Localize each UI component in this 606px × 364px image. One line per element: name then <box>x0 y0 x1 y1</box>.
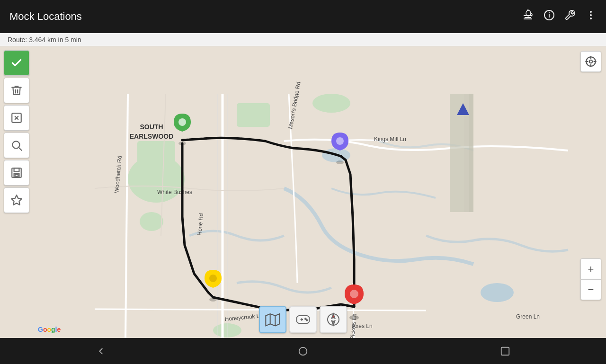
svg-point-34 <box>209 298 217 302</box>
map-mode-button[interactable] <box>259 306 286 333</box>
svg-marker-55 <box>332 321 335 325</box>
svg-point-37 <box>350 290 358 298</box>
bottom-map-toolbar <box>259 306 347 333</box>
svg-rect-57 <box>501 347 509 355</box>
info-icon[interactable]: i <box>544 9 555 24</box>
svg-point-35 <box>209 275 217 282</box>
svg-rect-8 <box>137 141 175 169</box>
svg-point-33 <box>336 137 344 145</box>
svg-marker-54 <box>332 314 335 318</box>
zoom-in-button[interactable]: + <box>580 258 601 279</box>
svg-point-30 <box>178 142 186 145</box>
search-button[interactable] <box>4 133 29 158</box>
coffee-icon[interactable] <box>523 9 534 24</box>
svg-text:SOUTH: SOUTH <box>140 123 163 131</box>
svg-point-32 <box>336 160 344 164</box>
svg-text:EARLSWOOD: EARLSWOOD <box>130 133 174 140</box>
nav-bar <box>0 338 606 364</box>
delete-button[interactable] <box>4 78 29 103</box>
svg-rect-10 <box>237 103 270 127</box>
svg-rect-44 <box>14 168 19 172</box>
svg-point-31 <box>178 118 186 126</box>
svg-text:White Bushes: White Bushes <box>157 189 192 195</box>
recents-button[interactable] <box>491 342 519 361</box>
app-title: Mock Locations <box>9 10 523 23</box>
svg-point-36 <box>349 315 359 320</box>
svg-rect-46 <box>15 174 18 176</box>
svg-text:i: i <box>548 11 550 19</box>
topbar: Mock Locations i <box>0 0 606 33</box>
confirm-button[interactable] <box>4 50 29 76</box>
svg-marker-47 <box>11 195 22 205</box>
locate-button[interactable] <box>580 51 601 72</box>
svg-rect-6 <box>0 46 606 338</box>
compass-mode-button[interactable] <box>320 306 347 333</box>
google-logo: Google <box>38 326 61 333</box>
back-button[interactable] <box>87 342 115 361</box>
zoom-out-button[interactable]: − <box>580 279 601 300</box>
svg-point-11 <box>312 94 350 113</box>
svg-point-52 <box>306 320 308 321</box>
svg-point-48 <box>589 60 593 63</box>
wrench-icon[interactable] <box>564 9 576 24</box>
svg-point-9 <box>140 212 163 231</box>
svg-point-14 <box>481 283 514 302</box>
map-container[interactable]: SOUTH EARLSWOOD White Bushes Salfords Wo… <box>0 46 606 338</box>
more-icon[interactable] <box>585 9 597 24</box>
route-info: Route: 3.464 km in 5 min <box>0 33 606 46</box>
svg-point-3 <box>590 11 592 13</box>
svg-point-5 <box>590 18 592 19</box>
svg-text:Kings Mill Ln: Kings Mill Ln <box>374 136 406 142</box>
svg-point-4 <box>590 14 592 16</box>
svg-point-51 <box>305 318 306 320</box>
zoom-controls: + − <box>580 258 601 300</box>
route-info-text: Route: 3.464 km in 5 min <box>8 36 81 44</box>
svg-line-42 <box>19 148 22 151</box>
save-button[interactable] <box>4 160 29 186</box>
home-button[interactable] <box>289 342 317 361</box>
svg-text:Green Ln: Green Ln <box>516 313 540 320</box>
favorites-button[interactable] <box>4 187 29 213</box>
game-mode-button[interactable] <box>289 306 317 333</box>
svg-point-56 <box>299 347 307 355</box>
clear-button[interactable] <box>4 105 29 131</box>
